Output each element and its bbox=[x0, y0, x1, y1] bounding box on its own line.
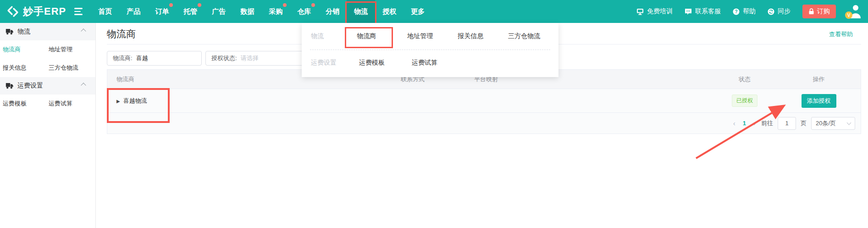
vip-badge: V bbox=[845, 11, 852, 19]
auth-status-label: 授权状态: bbox=[211, 54, 237, 62]
sidebar-item-3pl[interactable]: 三方仓物流 bbox=[49, 59, 95, 77]
col-header-status: 状态 bbox=[713, 75, 777, 83]
carrier-filter-value: 喜越 bbox=[136, 54, 148, 62]
sidebar-item-freight-template[interactable]: 运费模板 bbox=[3, 95, 49, 113]
app-logo-text: 妙手ERP bbox=[23, 5, 66, 18]
annotation-box-carrier-row bbox=[107, 88, 170, 123]
nav-orders[interactable]: 订单 bbox=[148, 0, 176, 23]
table-row: ▶喜越物流 已授权 添加授权 bbox=[107, 89, 861, 113]
chevron-up-icon bbox=[81, 83, 86, 88]
help-link[interactable]: ? 帮助 bbox=[733, 7, 756, 16]
sidebar: 物流 物流商 地址管理 报关信息 三方仓物流 运费设置 运费模板 运费试算 bbox=[0, 23, 96, 228]
sidebar-item-freight-calc[interactable]: 运费试算 bbox=[49, 95, 95, 113]
svg-text:?: ? bbox=[735, 9, 737, 14]
menu-item-address[interactable]: 地址管理 bbox=[407, 32, 458, 40]
sidebar-items-freight: 运费模板 运费试算 bbox=[0, 95, 95, 113]
nav-authorization[interactable]: 授权 bbox=[375, 0, 404, 23]
contact-support-link[interactable]: 联系客服 bbox=[685, 7, 721, 16]
carrier-filter-label: 物流商: bbox=[113, 54, 133, 62]
logistics-mega-menu: 物流 物流商 地址管理 报关信息 三方仓物流 运费设置 运费模板 运费试算 bbox=[302, 23, 558, 77]
chevron-down-icon bbox=[847, 120, 851, 125]
prev-page-button[interactable]: ‹ bbox=[732, 119, 736, 127]
notification-dot bbox=[198, 3, 201, 7]
pagination: ‹ 1 › 前往 页 20条/页 bbox=[107, 113, 861, 133]
subscribe-button[interactable]: 订购 bbox=[802, 5, 836, 18]
top-nav: 首页 产品 订单 托管 广告 数据 采购 仓库 分销 物流 授权 更多 bbox=[91, 0, 432, 23]
sidebar-item-carrier[interactable]: 物流商 bbox=[3, 40, 49, 59]
mega-menu-group-label: 运费设置 bbox=[311, 59, 359, 67]
nav-warehouse[interactable]: 仓库 bbox=[290, 0, 318, 23]
goto-page-input[interactable] bbox=[778, 117, 796, 130]
monitor-icon bbox=[636, 8, 644, 15]
current-page[interactable]: 1 bbox=[741, 120, 748, 127]
menu-item-carrier[interactable]: 物流商 bbox=[357, 32, 407, 40]
page-size-value: 20条/页 bbox=[816, 119, 836, 128]
sync-icon bbox=[768, 8, 774, 15]
add-auth-button[interactable]: 添加授权 bbox=[802, 94, 836, 108]
lock-icon bbox=[808, 8, 814, 15]
sidebar-section-title: 物流 bbox=[17, 28, 30, 36]
top-navbar: 妙手ERP 首页 产品 订单 托管 广告 数据 采购 仓库 分销 物流 授权 更… bbox=[0, 0, 868, 23]
sidebar-section-title: 运费设置 bbox=[17, 82, 43, 90]
chat-icon bbox=[685, 8, 692, 15]
nav-ads[interactable]: 广告 bbox=[205, 0, 233, 23]
sidebar-section-freight[interactable]: 运费设置 bbox=[0, 77, 95, 95]
page-size-select[interactable]: 20条/页 bbox=[811, 117, 855, 130]
topbar-right: 免费培训 联系客服 ? 帮助 同步 订购 V bbox=[636, 4, 868, 19]
nav-data[interactable]: 数据 bbox=[233, 0, 261, 23]
nav-hosting[interactable]: 托管 bbox=[176, 0, 205, 23]
menu-item-customs[interactable]: 报关信息 bbox=[458, 32, 508, 40]
notification-dot bbox=[169, 3, 173, 7]
page-title: 物流商 bbox=[107, 28, 136, 40]
menu-item-freight-calc[interactable]: 运费试算 bbox=[412, 59, 464, 67]
auth-status-select[interactable]: 授权状态: 请选择 bbox=[205, 51, 310, 66]
next-page-button[interactable]: › bbox=[752, 119, 757, 127]
menu-item-freight-template[interactable]: 运费模板 bbox=[359, 59, 412, 67]
carrier-filter-input[interactable]: 物流商: 喜越 bbox=[107, 51, 202, 66]
status-badge: 已授权 bbox=[732, 95, 757, 107]
notification-dot bbox=[311, 3, 315, 7]
carrier-table-card: 物流商 联系方式 平台映射 状态 操作 ▶喜越物流 已授权 添加授权 bbox=[107, 69, 861, 134]
nav-distribution[interactable]: 分销 bbox=[318, 0, 347, 23]
mega-menu-group-freight: 运费设置 运费模板 运费试算 bbox=[302, 50, 558, 76]
app-logo[interactable]: 妙手ERP bbox=[0, 0, 72, 23]
truck-icon bbox=[6, 83, 13, 89]
truck-icon bbox=[6, 28, 13, 35]
miaoshou-logo-icon bbox=[6, 5, 19, 18]
question-circle-icon: ? bbox=[733, 8, 740, 15]
hamburger-menu-icon[interactable] bbox=[74, 0, 84, 23]
nav-home[interactable]: 首页 bbox=[91, 0, 119, 23]
sidebar-items-logistics: 物流商 地址管理 报关信息 三方仓物流 bbox=[0, 40, 95, 77]
notification-dot bbox=[283, 3, 287, 7]
action-cell: 添加授权 bbox=[777, 94, 861, 108]
free-training-link[interactable]: 免费培训 bbox=[636, 7, 673, 16]
goto-label: 前往 bbox=[761, 119, 773, 128]
mega-menu-group-logistics: 物流 物流商 地址管理 报关信息 三方仓物流 bbox=[302, 23, 558, 50]
nav-more[interactable]: 更多 bbox=[404, 0, 432, 23]
menu-item-3pl[interactable]: 三方仓物流 bbox=[508, 32, 558, 40]
sidebar-item-customs[interactable]: 报关信息 bbox=[3, 59, 49, 77]
auth-status-placeholder: 请选择 bbox=[241, 54, 259, 62]
app-window: 物流 物流商 地址管理 报关信息 三方仓物流 运费设置 运费模板 运费试算 物流… bbox=[0, 0, 868, 228]
view-help-link[interactable]: 查看帮助 bbox=[829, 30, 853, 39]
nav-logistics[interactable]: 物流 bbox=[347, 0, 375, 23]
sidebar-section-logistics[interactable]: 物流 bbox=[0, 23, 95, 40]
nav-products[interactable]: 产品 bbox=[119, 0, 148, 23]
chevron-up-icon bbox=[81, 28, 86, 33]
sync-link[interactable]: 同步 bbox=[768, 7, 791, 16]
status-cell: 已授权 bbox=[713, 95, 777, 107]
sidebar-item-address[interactable]: 地址管理 bbox=[49, 40, 95, 59]
col-header-action: 操作 bbox=[777, 75, 861, 83]
user-avatar[interactable]: V bbox=[848, 4, 862, 19]
page-unit-label: 页 bbox=[801, 119, 807, 128]
nav-purchasing[interactable]: 采购 bbox=[261, 0, 290, 23]
